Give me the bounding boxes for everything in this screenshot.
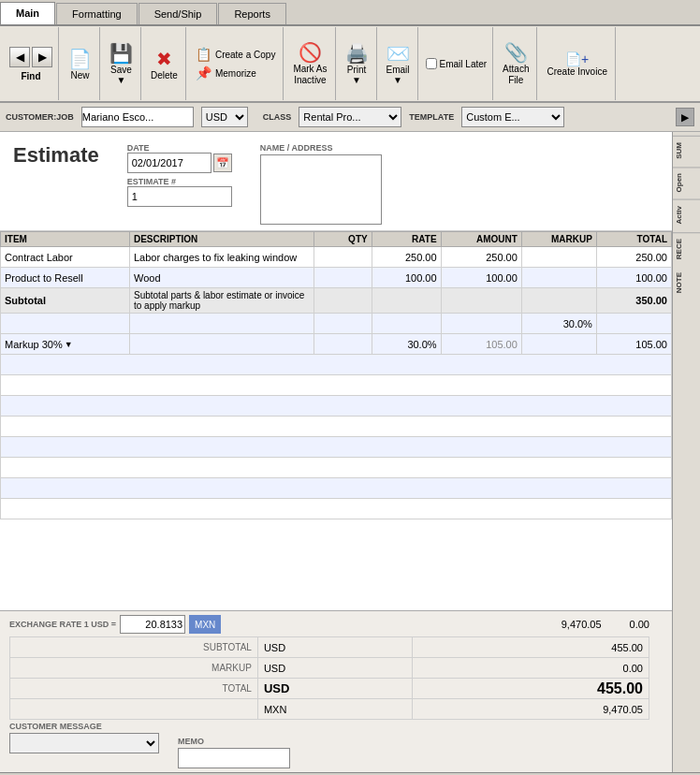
exchange-rate-input[interactable] bbox=[120, 615, 185, 634]
sidebar-rece-section[interactable]: RECE bbox=[673, 232, 700, 265]
mxn-total-value: 9,470.05 bbox=[561, 619, 602, 630]
customer-message-select[interactable] bbox=[9, 733, 159, 753]
markup-label: MARKUP bbox=[10, 658, 258, 679]
subtotal-value: 455.00 bbox=[413, 637, 649, 658]
total-currency-mxn: MXN bbox=[257, 699, 412, 720]
date-input[interactable] bbox=[127, 153, 211, 173]
print-button[interactable]: 🖨️ Print ▼ bbox=[338, 27, 377, 100]
prev-button[interactable]: ◀ bbox=[9, 47, 30, 67]
tab-formatting[interactable]: Formatting bbox=[56, 3, 138, 24]
name-address-label: NAME / ADDRESS bbox=[260, 143, 382, 153]
total-value-usd: 455.00 bbox=[413, 679, 649, 699]
col-item-header: ITEM bbox=[1, 232, 130, 247]
subtotal-label: SUBTOTAL bbox=[10, 637, 258, 658]
mxn-zero-value: 0.00 bbox=[630, 619, 649, 630]
table-row-empty[interactable] bbox=[1, 437, 672, 458]
mxn-button[interactable]: MXN bbox=[189, 615, 221, 634]
customer-job-label: CUSTOMER:JOB bbox=[6, 112, 74, 122]
markup-value: 0.00 bbox=[413, 658, 649, 679]
table-row-empty[interactable] bbox=[1, 417, 672, 437]
table-row[interactable]: Product to Resell Wood 100.00 100.00 100… bbox=[1, 268, 672, 288]
estimate-num-label: ESTIMATE # bbox=[127, 177, 232, 186]
email-later-check[interactable]: Email Later bbox=[420, 27, 494, 100]
find-button[interactable]: Find bbox=[21, 71, 40, 81]
estimate-table: ITEM DESCRIPTION QTY RATE AMOUNT MARKUP … bbox=[0, 230, 672, 610]
currency-select[interactable]: USD bbox=[201, 107, 248, 127]
total-label: TOTAL bbox=[10, 679, 258, 699]
create-copy-button[interactable]: 📋 Create a Copy bbox=[196, 47, 275, 62]
total-currency-usd: USD bbox=[257, 679, 412, 699]
customer-job-input[interactable] bbox=[81, 107, 194, 127]
total-value-mxn: 9,470.05 bbox=[413, 699, 649, 720]
sidebar-note-section[interactable]: NOTE bbox=[673, 267, 700, 299]
class-select[interactable]: Rental Pro... bbox=[299, 107, 401, 127]
exchange-rate-label: EXCHANGE RATE 1 USD = bbox=[9, 620, 116, 629]
table-row-empty[interactable] bbox=[1, 375, 672, 396]
customer-message-label: CUSTOMER MESSAGE bbox=[9, 722, 159, 731]
save-button[interactable]: 💾 Save ▼ bbox=[102, 27, 141, 100]
calendar-icon[interactable]: 📅 bbox=[213, 154, 232, 172]
template-select[interactable]: Custom E... bbox=[461, 107, 564, 127]
email-button[interactable]: ✉️ Email ▼ bbox=[379, 27, 418, 100]
create-invoice-button[interactable]: 📄+ Create Invoice bbox=[539, 27, 615, 100]
subtotal-currency: USD bbox=[257, 637, 412, 658]
estimate-num-input[interactable] bbox=[127, 186, 232, 207]
table-row[interactable]: Contract Labor Labor charges to fix leak… bbox=[1, 247, 672, 268]
memo-label: MEMO bbox=[178, 737, 290, 746]
col-desc-header: DESCRIPTION bbox=[129, 232, 314, 247]
template-label: TEMPLATE bbox=[409, 112, 454, 122]
sidebar-open-section[interactable]: Open bbox=[673, 167, 700, 197]
col-rate-header: RATE bbox=[372, 232, 441, 247]
table-row-subtotal[interactable]: Subtotal Subtotal parts & labor estimate… bbox=[1, 288, 672, 314]
class-label: CLASS bbox=[263, 112, 292, 122]
col-amount-header: AMOUNT bbox=[441, 232, 521, 247]
delete-button[interactable]: ✖ Delete bbox=[143, 27, 186, 100]
col-markup-header: MARKUP bbox=[521, 232, 596, 247]
memo-input[interactable] bbox=[178, 748, 290, 768]
mark-inactive-button[interactable]: 🚫 Mark AsInactive bbox=[285, 27, 335, 100]
name-address-box bbox=[260, 154, 382, 225]
sidebar-activ-section[interactable]: Activ bbox=[673, 199, 700, 230]
estimate-title: Estimate bbox=[13, 143, 99, 168]
tab-send-ship[interactable]: Send/Ship bbox=[139, 3, 218, 24]
col-qty-header: QTY bbox=[314, 232, 372, 247]
table-row-empty[interactable] bbox=[1, 478, 672, 499]
tab-reports[interactable]: Reports bbox=[218, 3, 286, 24]
date-label: DATE bbox=[127, 143, 232, 153]
table-row-empty[interactable] bbox=[1, 396, 672, 417]
table-row-markup[interactable]: Markup 30% ▼ 30.0% 105.00 105.00 bbox=[1, 334, 672, 355]
next-button[interactable]: ▶ bbox=[32, 47, 52, 67]
table-row-empty[interactable] bbox=[1, 458, 672, 478]
markup-currency: USD bbox=[257, 658, 412, 679]
table-row-empty[interactable] bbox=[1, 355, 672, 375]
sidebar-collapse-button[interactable]: ▶ bbox=[676, 108, 694, 126]
attach-file-button[interactable]: 📎 AttachFile bbox=[495, 27, 537, 100]
memorize-button[interactable]: 📌 Memorize bbox=[196, 66, 256, 80]
col-total-header: TOTAL bbox=[596, 232, 671, 247]
new-button[interactable]: 📄 New bbox=[61, 27, 100, 100]
tab-main[interactable]: Main bbox=[0, 2, 55, 24]
table-row-empty[interactable] bbox=[1, 499, 672, 519]
table-row-markup-rate[interactable]: 30.0% bbox=[1, 314, 672, 334]
markup-dropdown-icon[interactable]: ▼ bbox=[65, 340, 73, 349]
sidebar-sum-section[interactable]: SUM bbox=[673, 136, 700, 165]
